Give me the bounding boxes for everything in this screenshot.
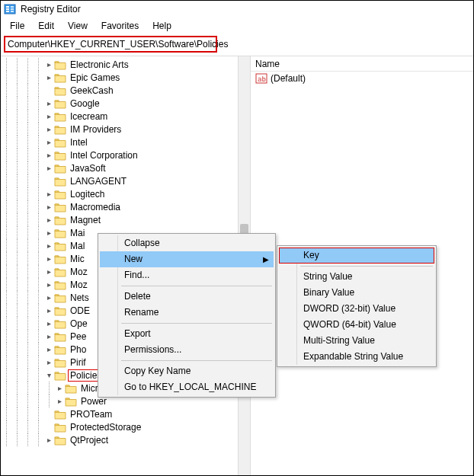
svg-rect-6 (11, 11, 14, 12)
tree-item-intel[interactable]: ▸ Intel (1, 136, 250, 149)
menu-help[interactable]: Help (146, 19, 178, 33)
ctx-export[interactable]: Export (100, 326, 274, 342)
folder-icon (54, 189, 66, 200)
tree-expander-icon[interactable]: ▸ (43, 58, 54, 71)
subctx-key[interactable]: Key (279, 248, 434, 264)
tree-item-label: QtProject (69, 435, 110, 446)
tree-expander-icon[interactable]: ▸ (54, 382, 65, 395)
subctx-item-label: Binary Value (303, 287, 354, 298)
tree-expander-icon[interactable]: ▾ (43, 369, 54, 382)
ctx-go-to-hkey-local-machine[interactable]: Go to HKEY_LOCAL_MACHINE (100, 379, 274, 395)
tree-item-javasoft[interactable]: ▸ JavaSoft (1, 161, 250, 174)
tree-item-logitech[interactable]: ▸ Logitech (1, 187, 250, 200)
ctx-collapse[interactable]: Collapse (100, 235, 274, 251)
tree-expander-icon[interactable]: ▸ (43, 71, 54, 84)
svg-rect-5 (11, 8, 14, 10)
tree-item-label: JavaSoft (69, 163, 107, 174)
tree-expander-icon[interactable]: ▸ (43, 252, 54, 265)
tree-expander-icon[interactable]: ▸ (43, 161, 54, 174)
tree-expander-icon[interactable]: ▸ (54, 395, 65, 407)
tree-item-label: Google (69, 98, 101, 109)
tree-item-label: Icecream (69, 111, 109, 122)
folder-icon (54, 241, 66, 251)
subctx-item-label: Multi-String Value (303, 335, 375, 346)
tree-item-im-providers[interactable]: ▸ IM Providers (1, 123, 250, 136)
subctx-expandable-string-value[interactable]: Expandable String Value (279, 349, 434, 365)
tree-item-electronic-arts[interactable]: ▸ Electronic Arts (1, 58, 250, 71)
subctx-qword-64-bit-value[interactable]: QWORD (64-bit) Value (279, 317, 434, 333)
tree-expander-icon[interactable]: ▸ (43, 200, 54, 213)
context-menu-separator (121, 323, 272, 324)
tree-item-label: IM Providers (69, 124, 123, 135)
menu-view[interactable]: View (62, 19, 94, 33)
tree-expander-icon[interactable]: ▸ (43, 343, 54, 356)
folder-icon (54, 85, 66, 96)
folder-icon (54, 59, 66, 70)
folder-icon (54, 215, 66, 225)
tree-expander-icon[interactable]: ▸ (43, 330, 54, 343)
ctx-new[interactable]: New▶ (100, 251, 274, 267)
tree-item-label: Epic Games (69, 72, 121, 83)
value-header-name[interactable]: Name (251, 56, 473, 72)
tree-item-intel-corporation[interactable]: ▸ Intel Corporation (1, 149, 250, 161)
tree-item-label: Intel Corporation (69, 150, 139, 161)
tree-item-label: Magnet (69, 215, 102, 225)
ctx-permissions-[interactable]: Permissions... (100, 342, 274, 358)
menu-file[interactable]: File (4, 19, 30, 33)
tree-expander-icon[interactable]: ▸ (43, 187, 54, 200)
tree-item-macromedia[interactable]: ▸ Macromedia (1, 200, 250, 213)
tree-item-protectedstorage[interactable]: ProtectedStorage (1, 420, 250, 433)
tree-item-proteam[interactable]: PROTeam (1, 407, 250, 420)
tree-expander-icon[interactable]: ▸ (43, 97, 54, 110)
tree-expander-icon[interactable]: ▸ (43, 265, 54, 278)
address-bar[interactable]: Computer\HKEY_CURRENT_USER\Software\Poli… (4, 36, 217, 53)
tree-expander-icon[interactable]: ▸ (43, 149, 54, 161)
tree-expander-icon[interactable]: ▸ (43, 123, 54, 136)
tree-item-label: ProtectedStorage (69, 422, 143, 433)
tree-item-label: Intel (69, 137, 89, 148)
ctx-find-[interactable]: Find... (100, 267, 274, 283)
tree-expander-icon[interactable]: ▸ (43, 213, 54, 226)
menu-favorites[interactable]: Favorites (95, 19, 145, 33)
svg-rect-1 (6, 6, 9, 8)
folder-icon (54, 280, 66, 290)
tree-item-icecream[interactable]: ▸ Icecream (1, 110, 250, 123)
subctx-binary-value[interactable]: Binary Value (279, 285, 434, 301)
tree-expander-icon[interactable]: ▸ (43, 239, 54, 252)
tree-item-label: Mai (69, 228, 86, 238)
value-row-default[interactable]: ab (Default) (251, 72, 473, 85)
menu-edit[interactable]: Edit (32, 19, 60, 33)
tree-item-qtproject[interactable]: ▸ QtProject (1, 433, 250, 446)
tree-expander-icon[interactable]: ▸ (43, 226, 54, 239)
folder-icon (65, 396, 77, 407)
subctx-multi-string-value[interactable]: Multi-String Value (279, 333, 434, 349)
tree-item-langagent[interactable]: LANGAGENT (1, 174, 250, 187)
ctx-rename[interactable]: Rename (100, 305, 274, 321)
tree-item-epic-games[interactable]: ▸ Epic Games (1, 71, 250, 84)
ctx-copy-key-name[interactable]: Copy Key Name (100, 363, 274, 379)
folder-icon (54, 137, 66, 148)
svg-text:ab: ab (258, 75, 266, 83)
tree-expander-icon[interactable]: ▸ (43, 110, 54, 123)
folder-icon (54, 228, 66, 238)
tree-item-magnet[interactable]: ▸ Magnet (1, 213, 250, 226)
tree-item-google[interactable]: ▸ Google (1, 97, 250, 110)
tree-item-geekcash[interactable]: GeekCash (1, 84, 250, 97)
tree-expander-icon[interactable]: ▸ (43, 356, 54, 369)
tree-item-label: Mic (69, 254, 86, 264)
tree-item-label: Pho (69, 344, 88, 355)
subctx-string-value[interactable]: String Value (279, 269, 434, 285)
context-menu-separator (121, 286, 272, 286)
tree-expander-icon[interactable]: ▸ (43, 317, 54, 330)
tree-item-label: Nets (69, 292, 91, 303)
ctx-item-label: Go to HKEY_LOCAL_MACHINE (124, 382, 256, 392)
tree-expander-icon[interactable]: ▸ (43, 291, 54, 304)
folder-icon (54, 176, 66, 187)
tree-item-label: Mal (69, 241, 86, 251)
ctx-delete[interactable]: Delete (100, 289, 274, 305)
tree-expander-icon[interactable]: ▸ (43, 304, 54, 317)
subctx-dword-32-bit-value[interactable]: DWORD (32-bit) Value (279, 301, 434, 317)
tree-expander-icon[interactable]: ▸ (43, 136, 54, 149)
tree-expander-icon[interactable]: ▸ (43, 278, 54, 291)
tree-expander-icon[interactable]: ▸ (43, 433, 54, 446)
